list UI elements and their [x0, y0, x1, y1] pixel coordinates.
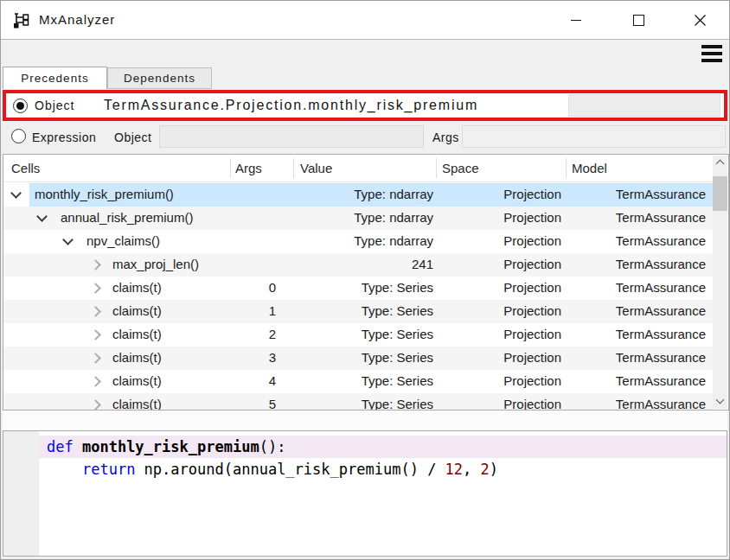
object-radio[interactable] — [13, 99, 28, 113]
tab-dependents[interactable]: Dependents — [107, 67, 212, 89]
table-row[interactable]: npv_claims()Type: ndarrayProjectionTermA… — [3, 230, 713, 253]
chevron-right-icon[interactable] — [90, 283, 101, 294]
chevron-down-icon — [716, 396, 725, 404]
cell-value: Type: Series — [294, 327, 433, 341]
cell-value: Type: Series — [294, 350, 433, 365]
chevron-right-icon[interactable] — [90, 259, 101, 270]
cell-args: 5 — [231, 397, 276, 410]
expression-args-input[interactable] — [462, 125, 726, 148]
cell-value: Type: ndarray — [294, 233, 433, 248]
cell-name: max_proj_len() — [112, 257, 199, 271]
chevron-up-icon — [716, 160, 725, 169]
cell-name: monthly_risk_premium() — [35, 187, 174, 201]
chevron-down-icon[interactable] — [62, 234, 74, 245]
expression-object-label: Object — [114, 130, 151, 144]
code-token: return — [82, 461, 135, 478]
cell-space: Projection — [437, 210, 561, 225]
chevron-right-icon[interactable] — [90, 353, 101, 364]
hamburger-icon — [701, 52, 722, 55]
code-token — [47, 461, 82, 478]
code-token: 2 — [481, 461, 490, 478]
object-path-input[interactable] — [95, 94, 565, 117]
cell-space: Projection — [437, 303, 561, 318]
code-gutter — [3, 431, 39, 556]
close-icon — [694, 14, 707, 27]
cell-space: Projection — [437, 187, 561, 201]
cell-args: 0 — [231, 280, 276, 295]
cell-args: 4 — [231, 373, 276, 388]
cell-space: Projection — [437, 233, 561, 248]
expression-object-input[interactable] — [159, 125, 424, 148]
table-row[interactable]: claims(t)5Type: SeriesProjectionTermAssu… — [3, 393, 713, 410]
table-row[interactable]: max_proj_len()241ProjectionTermAssurance — [3, 253, 713, 277]
table-row[interactable]: claims(t)2Type: SeriesProjectionTermAssu… — [3, 323, 713, 347]
cell-model: TermAssurance — [567, 327, 706, 341]
tab-label: Dependents — [124, 72, 195, 85]
window-title: MxAnalyzer — [39, 12, 115, 27]
table-header: Cells Args Value Space Model — [3, 155, 728, 182]
cell-value: Type: Series — [294, 280, 433, 295]
cell-value: Type: ndarray — [294, 187, 433, 201]
column-header-space[interactable]: Space — [442, 161, 479, 175]
column-divider — [230, 158, 231, 178]
column-divider — [566, 158, 567, 178]
object-args-input[interactable] — [568, 94, 720, 117]
column-header-model[interactable]: Model — [572, 161, 607, 175]
scroll-up-button[interactable] — [713, 156, 727, 170]
vertical-scrollbar[interactable] — [713, 156, 727, 409]
cell-name: claims(t) — [112, 373, 162, 388]
chevron-down-icon[interactable] — [36, 211, 48, 222]
minimize-button[interactable] — [556, 1, 596, 39]
table-body: monthly_risk_premium()Type: ndarrayProje… — [3, 183, 713, 410]
menu-button[interactable] — [701, 45, 722, 63]
table-row[interactable]: claims(t)4Type: SeriesProjectionTermAssu… — [3, 370, 713, 393]
app-tree-icon — [12, 10, 31, 29]
column-header-args[interactable]: Args — [235, 161, 262, 175]
cell-args: 1 — [231, 303, 276, 318]
tab-precedents[interactable]: Precedents — [3, 67, 107, 89]
expression-radio[interactable] — [11, 129, 26, 143]
table-row[interactable]: annual_risk_premium()Type: ndarrayProjec… — [3, 207, 713, 230]
cell-name: annual_risk_premium() — [61, 210, 193, 225]
cell-model: TermAssurance — [567, 397, 706, 410]
scroll-down-button[interactable] — [713, 394, 727, 409]
table-row[interactable]: claims(t)3Type: SeriesProjectionTermAssu… — [3, 347, 713, 370]
expression-radio-label: Expression — [32, 130, 96, 144]
column-divider — [293, 158, 294, 178]
cell-space: Projection — [437, 373, 561, 388]
column-divider — [436, 158, 437, 178]
chevron-right-icon[interactable] — [90, 329, 101, 340]
cell-model: TermAssurance — [567, 233, 706, 248]
scrollbar-thumb[interactable] — [713, 176, 727, 211]
code-token: (): — [259, 438, 286, 455]
hamburger-icon — [701, 59, 722, 62]
column-header-cells[interactable]: Cells — [11, 161, 40, 175]
close-button[interactable] — [680, 1, 720, 39]
code-token: 12 — [445, 461, 463, 478]
source-code-panel[interactable]: def monthly_risk_premium(): return np.ar… — [3, 430, 727, 557]
minimize-icon — [571, 20, 581, 21]
maximize-button[interactable] — [618, 1, 658, 39]
chevron-down-icon[interactable] — [10, 188, 22, 199]
table-row[interactable]: claims(t)1Type: SeriesProjectionTermAssu… — [3, 300, 713, 323]
cell-space: Projection — [437, 397, 561, 410]
precedents-tree-table: Cells Args Value Space Model monthly_ris… — [3, 154, 729, 410]
cell-name: claims(t) — [112, 327, 162, 341]
table-row[interactable]: claims(t)0Type: SeriesProjectionTermAssu… — [3, 277, 713, 300]
cell-model: TermAssurance — [567, 350, 706, 365]
chevron-right-icon[interactable] — [90, 399, 101, 410]
cell-space: Projection — [437, 350, 561, 365]
cell-model: TermAssurance — [567, 280, 706, 295]
column-header-value[interactable]: Value — [300, 161, 332, 175]
cell-model: TermAssurance — [567, 210, 706, 225]
table-row[interactable]: monthly_risk_premium()Type: ndarrayProje… — [3, 183, 713, 207]
cell-value: Type: Series — [294, 373, 433, 388]
code-lines: def monthly_risk_premium(): return np.ar… — [39, 436, 727, 480]
cell-name: claims(t) — [112, 350, 162, 365]
object-selector-row: Object — [3, 90, 727, 121]
chevron-right-icon[interactable] — [90, 376, 101, 387]
cell-value: Type: Series — [294, 397, 433, 410]
splitter-handle[interactable] — [3, 410, 727, 430]
chevron-right-icon[interactable] — [90, 306, 101, 317]
cell-name: claims(t) — [112, 303, 162, 318]
